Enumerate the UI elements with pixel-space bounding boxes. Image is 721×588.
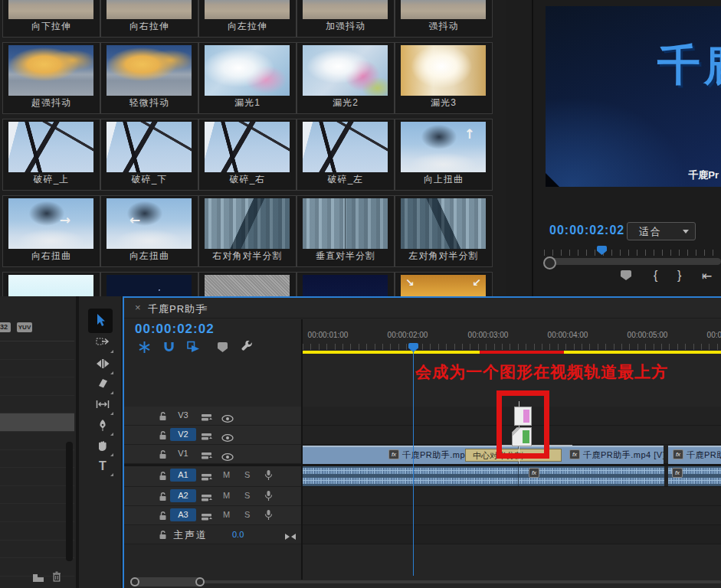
effect-preset-cell[interactable]: 向右拉伸 xyxy=(100,0,198,38)
fx-badge[interactable]: fx xyxy=(388,449,399,459)
effect-preset-cell[interactable]: 向左扭曲 xyxy=(100,195,198,267)
timeline-settings-wrench-icon[interactable] xyxy=(241,341,254,354)
effect-preset-cell[interactable]: 破碎_右 xyxy=(198,119,297,191)
effects-list-item[interactable] xyxy=(0,504,74,522)
sync-lock-icon[interactable] xyxy=(201,511,212,524)
snap-magnet-icon[interactable] xyxy=(162,341,176,354)
solo-button[interactable]: S xyxy=(244,491,250,500)
effect-preset-cell[interactable] xyxy=(297,272,395,296)
effects-list-item[interactable] xyxy=(0,396,74,414)
mic-icon[interactable] xyxy=(264,469,273,484)
trash-icon[interactable] xyxy=(52,571,61,585)
effects-list-item[interactable] xyxy=(0,377,74,396)
timeline-horizontal-scrollbar[interactable] xyxy=(203,580,721,583)
effect-preset-cell[interactable] xyxy=(395,272,493,296)
fit-track-icon[interactable] xyxy=(284,530,297,544)
add-marker-icon[interactable] xyxy=(218,342,231,356)
mute-button[interactable]: M xyxy=(223,510,230,519)
program-timecode[interactable]: 00:00:02:02 xyxy=(549,224,624,237)
effects-list-item[interactable] xyxy=(0,522,74,541)
zoom-handle-left[interactable] xyxy=(130,577,139,586)
mic-icon[interactable] xyxy=(264,509,273,524)
effects-list-item[interactable] xyxy=(0,341,74,360)
timeline-zoom-bar[interactable] xyxy=(130,577,205,586)
track-select-forward-tool[interactable] xyxy=(93,336,112,353)
eye-icon[interactable] xyxy=(221,412,234,426)
audio-clip[interactable]: fx xyxy=(668,466,721,486)
lock-icon[interactable] xyxy=(159,529,167,543)
mute-button[interactable]: M xyxy=(223,470,230,479)
effect-preset-cell[interactable]: 向上扭曲 xyxy=(395,119,493,191)
effect-preset-cell[interactable]: 向左拉伸 xyxy=(198,0,297,38)
effects-list-scrollbar[interactable] xyxy=(66,442,73,561)
fx-badge[interactable]: fx xyxy=(672,468,683,478)
program-mini-timeline[interactable] xyxy=(544,247,721,256)
sync-lock-icon[interactable] xyxy=(201,471,212,485)
effects-list-item[interactable] xyxy=(0,360,74,378)
effect-preset-cell[interactable]: 漏光2 xyxy=(297,42,395,114)
mic-icon[interactable] xyxy=(264,490,273,505)
ripple-edit-tool[interactable] xyxy=(93,358,112,374)
effect-preset-cell[interactable]: 垂直对半分割 xyxy=(297,195,395,267)
sync-lock-icon[interactable] xyxy=(201,411,212,425)
lock-icon[interactable] xyxy=(159,449,167,462)
solo-button[interactable]: S xyxy=(244,510,250,519)
go-to-in-button[interactable]: ⇤ xyxy=(702,269,712,283)
new-bin-icon[interactable] xyxy=(32,572,44,586)
track-target-toggle-a1[interactable]: A1 xyxy=(170,469,196,482)
effects-list-item[interactable] xyxy=(0,486,74,505)
eye-icon[interactable] xyxy=(221,450,234,464)
sync-lock-icon[interactable] xyxy=(201,449,212,463)
effect-preset-cell[interactable]: 向下拉伸 xyxy=(2,0,100,38)
fx-badge[interactable]: fx xyxy=(569,449,580,459)
lock-icon[interactable] xyxy=(159,470,167,484)
effect-preset-cell[interactable]: 破碎_左 xyxy=(297,119,395,191)
close-icon[interactable]: × xyxy=(135,302,141,313)
track-target-toggle-v2[interactable]: V2 xyxy=(170,428,196,441)
effect-preset-cell[interactable]: 破碎_下 xyxy=(100,119,198,191)
effects-list-item[interactable] xyxy=(0,541,74,559)
lock-icon[interactable] xyxy=(159,491,167,505)
type-tool[interactable]: T xyxy=(93,459,112,476)
track-master-content[interactable] xyxy=(303,525,721,544)
nest-sequence-icon[interactable] xyxy=(138,341,152,354)
effect-preset-cell[interactable]: 左对角对半分割 xyxy=(395,195,493,267)
effect-preset-cell[interactable]: 加强抖动 xyxy=(297,0,395,38)
effect-preset-cell[interactable] xyxy=(2,272,100,296)
effects-list-item[interactable] xyxy=(0,450,74,469)
effect-preset-cell[interactable]: 向右扭曲 xyxy=(2,195,100,267)
program-scrollbar[interactable] xyxy=(544,258,721,265)
effect-preset-cell[interactable]: 强抖动 xyxy=(395,0,493,38)
effect-preset-cell[interactable]: 漏光1 xyxy=(198,42,297,114)
track-target-toggle-v1[interactable]: V1 xyxy=(170,447,196,460)
effect-preset-cell[interactable]: 漏光3 xyxy=(395,42,493,114)
effect-preset-cell[interactable] xyxy=(100,272,198,296)
lock-icon[interactable] xyxy=(159,510,167,524)
effect-preset-cell[interactable]: 右对角对半分割 xyxy=(198,195,297,267)
track-target-toggle-a2[interactable]: A2 xyxy=(170,489,196,502)
solo-button[interactable]: S xyxy=(244,470,250,479)
lock-icon[interactable] xyxy=(159,410,167,424)
effect-preset-cell[interactable]: 超强抖动 xyxy=(2,42,100,114)
mark-in-button[interactable]: { xyxy=(654,269,657,283)
effect-preset-cell[interactable] xyxy=(198,272,297,296)
audio-clip[interactable]: fx xyxy=(518,466,664,486)
master-level-value[interactable]: 0.0 xyxy=(232,530,244,539)
effects-list-item[interactable] xyxy=(0,432,74,450)
selection-tool[interactable] xyxy=(88,309,113,333)
timeline-clip[interactable]: fx 千鹿PR助手.mp4 [V] xyxy=(668,446,721,464)
panel-menu-icon[interactable]: ≡ xyxy=(202,302,208,314)
fx-badge[interactable]: fx xyxy=(673,449,683,459)
effects-list-item[interactable] xyxy=(0,468,74,486)
fx-badge[interactable]: fx xyxy=(529,468,539,478)
track-a3-content[interactable] xyxy=(303,506,721,525)
mark-out-button[interactable]: } xyxy=(677,269,681,283)
razor-tool[interactable] xyxy=(93,377,112,394)
track-target-toggle-v3[interactable]: V3 xyxy=(170,409,196,422)
audio-clip[interactable] xyxy=(303,466,518,486)
program-scrollbar-handle[interactable] xyxy=(543,256,556,270)
work-area-bar[interactable] xyxy=(303,351,721,354)
timeline-tab-title[interactable]: 千鹿PR助手 xyxy=(148,302,206,316)
lock-icon[interactable] xyxy=(159,430,167,443)
linked-selection-icon[interactable] xyxy=(187,341,201,354)
